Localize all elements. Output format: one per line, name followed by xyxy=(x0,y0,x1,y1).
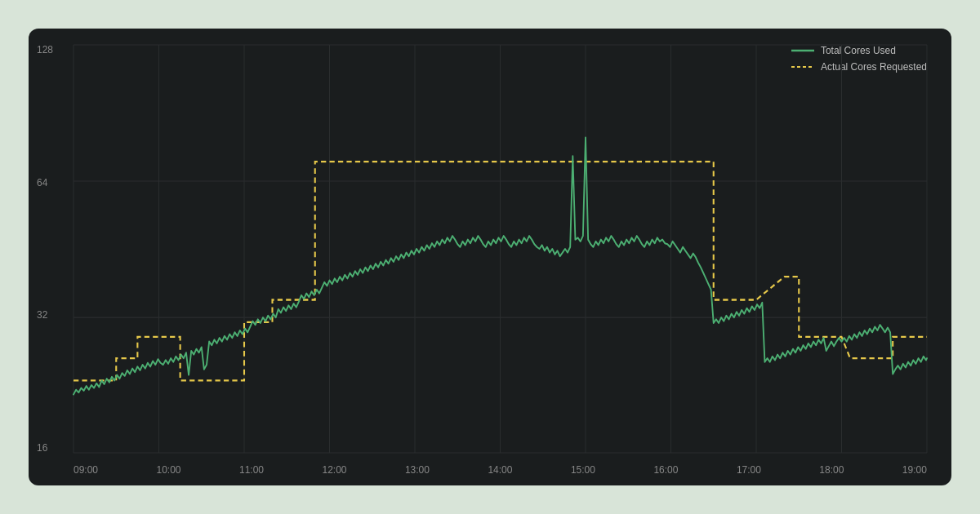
x-label-13: 13:00 xyxy=(405,464,430,476)
y-label-32: 32 xyxy=(37,310,53,320)
y-axis: 128 64 32 16 xyxy=(37,45,53,453)
x-label-15: 15:00 xyxy=(571,464,595,476)
x-label-10: 10:00 xyxy=(156,464,180,476)
x-axis: 09:00 10:00 11:00 12:00 13:00 14:00 15:0… xyxy=(74,464,927,476)
x-label-12: 12:00 xyxy=(322,464,346,476)
chart-svg xyxy=(74,45,927,453)
y-label-16: 16 xyxy=(37,443,53,453)
x-label-17: 17:00 xyxy=(737,464,761,476)
y-label-128: 128 xyxy=(37,45,53,55)
x-label-19: 19:00 xyxy=(902,464,927,476)
x-label-09: 09:00 xyxy=(74,464,98,476)
x-label-14: 14:00 xyxy=(488,464,512,476)
chart-area: 128 64 32 16 xyxy=(74,45,927,453)
x-label-18: 18:00 xyxy=(819,464,844,476)
chart-container: Total Cores Used Actual Cores Requested … xyxy=(29,29,951,485)
y-label-64: 64 xyxy=(37,178,53,188)
x-label-11: 11:00 xyxy=(239,464,264,476)
x-label-16: 16:00 xyxy=(653,464,678,476)
